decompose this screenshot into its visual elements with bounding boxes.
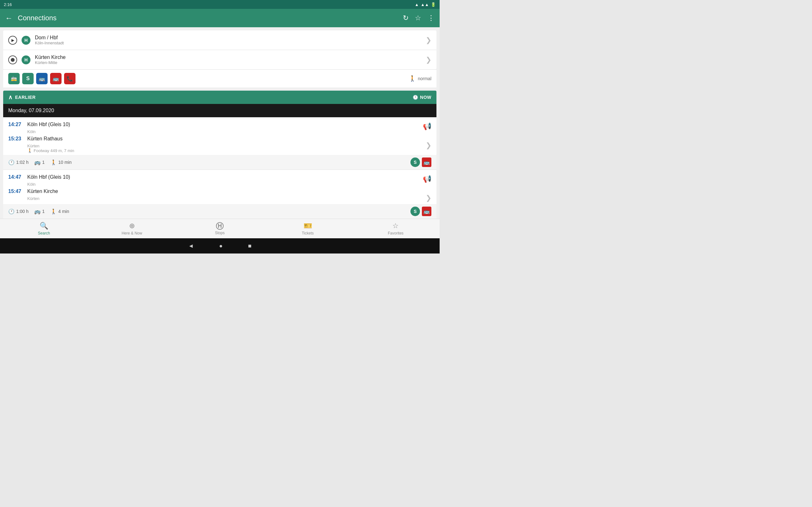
from-station-name: Dom / Hbf: [35, 35, 421, 41]
back-button[interactable]: ←: [5, 14, 13, 22]
tram-filter-icon[interactable]: 🚋: [8, 73, 20, 84]
s-bahn-filter-icon[interactable]: S: [22, 73, 34, 84]
from-station-info: Dom / Hbf Köln-Innenstadt: [35, 35, 421, 45]
connection-card-1[interactable]: 14:27 Köln Hbf (Gleis 10) Köln 15:23 Kür…: [3, 117, 437, 170]
status-icons: ▲ ▲▲ 🔋: [415, 2, 436, 7]
connection-2-dep-row: 14:47 Köln Hbf (Gleis 10): [8, 174, 423, 180]
walk-stat-icon-1: 🚶: [50, 159, 57, 165]
stops-nav-icon: H: [216, 222, 223, 230]
walk-stat-icon-2: 🚶: [50, 209, 57, 215]
alert-icon-1: 📢: [423, 122, 432, 130]
top-bar: ← Connections ↻ ☆ ⋮: [0, 9, 440, 27]
connection-1-footer: 🕐 1:02 h 🚌 1 🚶 10 min S 🚌: [3, 155, 437, 170]
search-card: ▶ H Dom / Hbf Köln-Innenstadt ❯ H Kürten…: [3, 31, 437, 69]
footway-walk-icon: 🚶: [27, 148, 32, 153]
connection-1-arrow: ❯: [426, 141, 432, 150]
to-h-badge: H: [21, 55, 31, 64]
transfer-icon-1: 🚌: [34, 159, 41, 165]
here-now-nav-icon: ⊕: [129, 222, 135, 230]
to-stop-icon: [8, 55, 17, 64]
favorites-nav-label: Favorites: [388, 231, 403, 235]
s-badge-1: S: [410, 158, 420, 167]
star-icon[interactable]: ☆: [415, 14, 421, 22]
phone-filter-icon[interactable]: 📞: [64, 73, 75, 84]
signal-icon: ▲▲: [420, 2, 429, 7]
connection-2-arrow: ❯: [426, 194, 432, 202]
connection-1-duration: 🕐 1:02 h: [8, 159, 29, 165]
bus-filter-icon[interactable]: 🚌: [36, 73, 48, 84]
more-icon[interactable]: ⋮: [427, 14, 435, 22]
alert-icon-2: 📢: [423, 175, 432, 183]
connection-1-top: 14:27 Köln Hbf (Gleis 10) Köln 15:23 Kür…: [3, 117, 437, 155]
favorites-nav-icon: ☆: [392, 222, 399, 230]
duration-text-1: 1:02 h: [16, 160, 29, 165]
from-row[interactable]: ▶ H Dom / Hbf Köln-Innenstadt ❯: [3, 31, 437, 50]
refresh-icon[interactable]: ↻: [403, 14, 409, 22]
connection-1-footway: 🚶 Footway 449 m, 7 min: [27, 148, 423, 153]
connection-2-arr-time: 15:47: [8, 188, 23, 194]
clock-icon: 🕐: [413, 95, 418, 100]
now-button[interactable]: 🕐 NOW: [413, 95, 432, 100]
connection-1-dep-station: Köln Hbf (Gleis 10): [27, 122, 70, 127]
connection-2-top: 14:47 Köln Hbf (Gleis 10) Köln 15:47 Kür…: [3, 170, 437, 204]
connection-2-dep-time: 14:47: [8, 174, 23, 180]
duration-text-2: 1:00 h: [16, 209, 29, 214]
transfers-text-1: 1: [42, 160, 45, 165]
connection-1-arr-row: 15:23 Kürten Rathaus: [8, 136, 423, 142]
stops-nav-label: Stops: [215, 231, 225, 235]
connection-2-dep-sub: Köln: [27, 182, 423, 187]
bus-badge-1: 🚌: [422, 158, 432, 167]
page-title: Connections: [18, 14, 398, 22]
bus-badge-2: 🚌: [422, 207, 432, 216]
date-header: Monday, 07.09.2020: [3, 104, 437, 117]
earlier-label: EARLIER: [15, 95, 36, 100]
walk-text-2: 4 min: [58, 209, 69, 214]
nav-tickets[interactable]: 🎫 Tickets: [264, 222, 352, 235]
battery-icon: 🔋: [431, 2, 436, 7]
tickets-nav-label: Tickets: [302, 231, 314, 235]
android-back-button[interactable]: ◄: [188, 243, 194, 249]
connection-1-arr-time: 15:23: [8, 136, 23, 142]
main-content: ▶ H Dom / Hbf Köln-Innenstadt ❯ H Kürten…: [0, 27, 440, 219]
android-recents-button[interactable]: ■: [248, 243, 252, 249]
connection-2-arr-station: Kürten Kirche: [27, 188, 58, 194]
android-home-button[interactable]: ●: [219, 243, 223, 249]
nav-stops[interactable]: H Stops: [176, 222, 264, 235]
filter-icons: 🚋 S 🚌 🚌 📞: [8, 73, 75, 84]
bottom-nav: 🔍 Search ⊕ Here & Now H Stops 🎫 Tickets …: [0, 219, 440, 238]
regional-filter-icon[interactable]: 🚌: [50, 73, 61, 84]
s-badge-2: S: [410, 207, 420, 216]
status-time: 2:16: [4, 2, 12, 7]
nav-search[interactable]: 🔍 Search: [0, 222, 88, 235]
android-nav-bar: ◄ ● ■: [0, 238, 440, 253]
nav-favorites[interactable]: ☆ Favorites: [352, 222, 440, 235]
connection-1-arr-station: Kürten Rathaus: [27, 136, 62, 142]
connection-1-walk: 🚶 10 min: [50, 159, 72, 165]
connection-2-transfers: 🚌 1: [34, 209, 45, 215]
connection-card-2[interactable]: 14:47 Köln Hbf (Gleis 10) Köln 15:47 Kür…: [3, 170, 437, 219]
walk-text-1: 10 min: [58, 160, 72, 165]
search-nav-label: Search: [38, 231, 50, 235]
earlier-bar[interactable]: ∧ EARLIER 🕐 NOW: [3, 91, 437, 104]
nav-here-now[interactable]: ⊕ Here & Now: [88, 222, 176, 235]
tickets-nav-icon: 🎫: [304, 222, 312, 230]
earlier-section: ∧ EARLIER: [8, 94, 36, 101]
status-bar: 2:16 ▲ ▲▲ 🔋: [0, 0, 440, 9]
connection-2-arr-row: 15:47 Kürten Kirche: [8, 188, 423, 194]
connection-1-dep-sub: Köln: [27, 129, 423, 134]
connection-2-detail: 14:47 Köln Hbf (Gleis 10) Köln 15:47 Kür…: [8, 174, 423, 201]
to-row[interactable]: H Kürten Kirche Kürten-Mitte ❯: [3, 50, 437, 69]
connection-1-dep-row: 14:27 Köln Hbf (Gleis 10): [8, 122, 423, 127]
from-chevron-icon: ❯: [426, 36, 432, 44]
earlier-chevron-icon: ∧: [8, 94, 13, 101]
connection-1-detail: 14:27 Köln Hbf (Gleis 10) Köln 15:23 Kür…: [8, 122, 423, 153]
wifi-icon: ▲: [415, 2, 419, 7]
connection-1-lines: S 🚌: [410, 158, 432, 167]
to-station-info: Kürten Kirche Kürten-Mitte: [35, 55, 421, 65]
from-station-sub: Köln-Innenstadt: [35, 41, 421, 45]
connection-1-transfers: 🚌 1: [34, 159, 45, 165]
date-text: Monday, 07.09.2020: [8, 108, 54, 113]
connection-2-duration: 🕐 1:00 h: [8, 209, 29, 215]
connection-2-stats: 🕐 1:00 h 🚌 1 🚶 4 min: [8, 209, 69, 215]
to-chevron-icon: ❯: [426, 56, 432, 64]
